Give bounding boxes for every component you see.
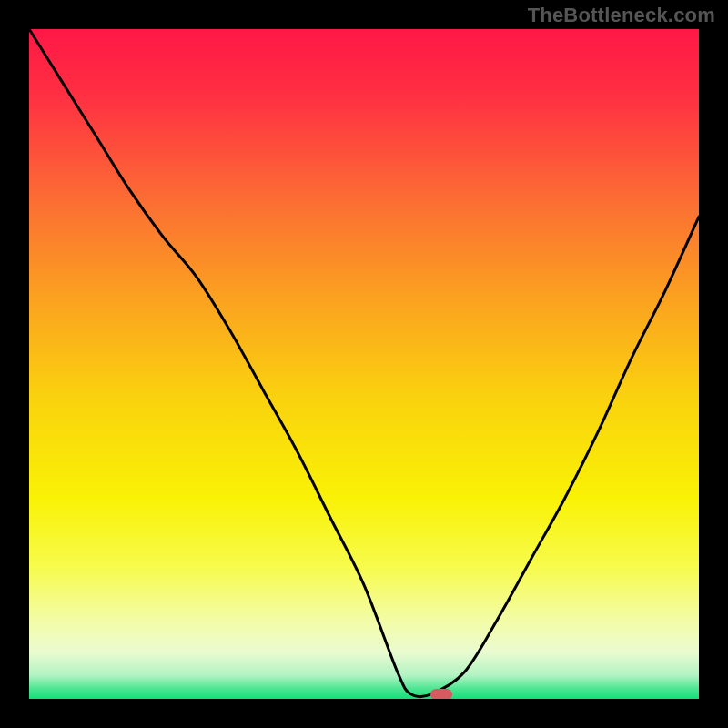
bottleneck-curve (29, 29, 699, 699)
optimum-marker (430, 689, 452, 699)
chart-frame: TheBottleneck.com (0, 0, 728, 728)
watermark-text: TheBottleneck.com (528, 4, 715, 27)
plot-area (29, 29, 699, 699)
